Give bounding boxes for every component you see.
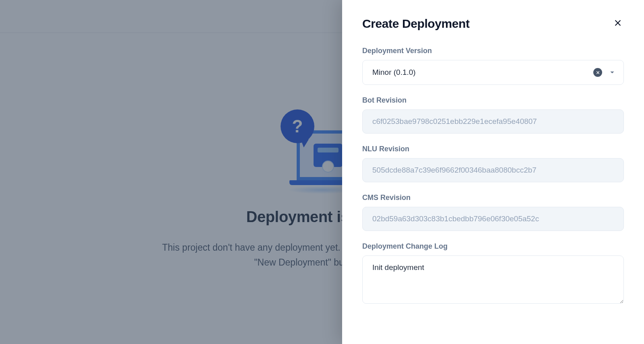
bot-revision-label: Bot Revision [362, 96, 624, 105]
deployment-version-select[interactable]: Minor (0.1.0) [362, 60, 624, 85]
bot-revision-value: c6f0253bae9798c0251ebb229e1ecefa95e40807 [362, 109, 624, 134]
deployment-version-value: Minor (0.1.0) [372, 68, 416, 77]
chevron-down-icon[interactable] [609, 70, 615, 75]
create-deployment-drawer: Create Deployment Deployment Version Min… [342, 0, 644, 344]
changelog-textarea[interactable] [362, 255, 624, 304]
cms-revision-value: 02bd59a63d303c83b1cbedbb796e06f30e05a52c [362, 207, 624, 231]
close-icon [613, 19, 622, 29]
deployment-version-field: Deployment Version Minor (0.1.0) [362, 47, 624, 85]
deployment-version-label: Deployment Version [362, 47, 624, 55]
changelog-label: Deployment Change Log [362, 242, 624, 251]
cms-revision-label: CMS Revision [362, 194, 624, 202]
changelog-field: Deployment Change Log [362, 242, 624, 304]
cms-revision-field: CMS Revision 02bd59a63d303c83b1cbedbb796… [362, 194, 624, 231]
bot-revision-field: Bot Revision c6f0253bae9798c0251ebb229e1… [362, 96, 624, 134]
nlu-revision-value: 505dcde88a7c39e6f9662f00346baa8080bcc2b7 [362, 158, 624, 182]
drawer-title: Create Deployment [362, 17, 470, 31]
close-button[interactable] [612, 18, 624, 30]
clear-selection-icon[interactable] [593, 68, 602, 77]
nlu-revision-label: NLU Revision [362, 145, 624, 153]
nlu-revision-field: NLU Revision 505dcde88a7c39e6f9662f00346… [362, 145, 624, 182]
